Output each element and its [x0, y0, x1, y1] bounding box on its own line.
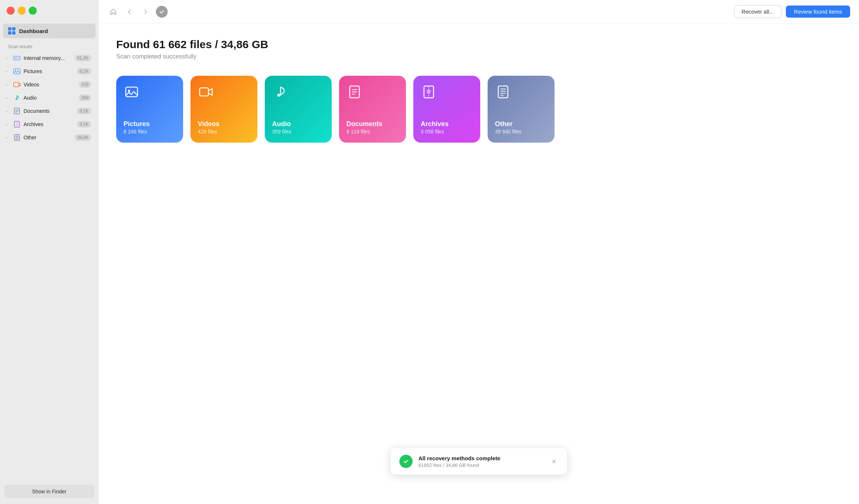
category-cards-grid: Pictures 8 246 files Videos 429 files: [116, 76, 841, 143]
dashboard-icon: [8, 27, 15, 35]
chevron-right-icon: ›: [6, 82, 11, 87]
archives-card-label: Archives: [421, 120, 473, 128]
svg-rect-18: [126, 87, 138, 97]
pictures-card-icon: [124, 84, 140, 100]
sidebar-item-archives[interactable]: › Archives 3,1K: [2, 118, 96, 131]
review-found-items-button[interactable]: Review found items: [786, 6, 850, 18]
sidebar-item-other[interactable]: › Other 39,9K: [2, 131, 96, 144]
sidebar-item-documents-count: 9,1K: [77, 108, 91, 114]
card-other[interactable]: Other 39 940 files: [488, 76, 555, 143]
toast-close-button[interactable]: ✕: [549, 457, 558, 466]
other-icon: [13, 134, 21, 141]
svg-point-19: [128, 90, 130, 92]
sidebar-bottom: Show in Finder: [0, 479, 99, 504]
svg-rect-13: [14, 135, 19, 140]
svg-rect-20: [200, 88, 208, 96]
svg-point-1: [18, 58, 19, 59]
card-archives[interactable]: Archives 3 058 files: [413, 76, 480, 143]
videos-card-label: Videos: [198, 120, 250, 128]
sidebar-item-other-label: Other: [24, 135, 75, 140]
documents-card-icon: [346, 84, 363, 100]
pictures-icon: [13, 68, 21, 75]
sidebar-item-videos[interactable]: › Videos 429: [2, 78, 96, 91]
other-card-label: Other: [495, 120, 547, 128]
recover-all-button[interactable]: Recover all...: [734, 5, 782, 18]
sidebar-item-videos-count: 429: [79, 81, 91, 88]
archives-icon: [13, 121, 21, 128]
sidebar-item-dashboard[interactable]: Dashboard: [3, 24, 96, 38]
home-icon: [110, 8, 117, 15]
svg-point-4: [15, 70, 16, 71]
card-documents[interactable]: Documents 9 119 files: [339, 76, 406, 143]
chevron-right-icon: ›: [6, 122, 11, 126]
window-controls: [7, 7, 37, 15]
scan-results-label: Scan results: [0, 40, 99, 51]
home-button[interactable]: [107, 6, 119, 18]
sidebar-item-archives-count: 3,1K: [77, 121, 91, 128]
dashboard-label: Dashboard: [19, 28, 48, 34]
sidebar-item-audio-label: Audio: [24, 95, 79, 101]
hdd-icon: [13, 54, 21, 62]
archives-card-icon: [421, 84, 437, 100]
svg-point-21: [277, 94, 280, 97]
card-audio[interactable]: Audio 359 files: [265, 76, 332, 143]
pictures-card-count: 8 246 files: [124, 129, 176, 135]
content-area: Found 61 662 files / 34,86 GB Scan compl…: [99, 24, 859, 504]
forward-icon: [143, 9, 149, 15]
toast-content: All recovery methods complete 61662 file…: [418, 455, 543, 468]
chevron-right-icon: ›: [6, 56, 11, 60]
audio-card-label: Audio: [272, 120, 324, 128]
svg-rect-29: [498, 86, 508, 98]
forward-button[interactable]: [140, 6, 152, 18]
svg-rect-5: [14, 82, 19, 87]
sidebar-item-archives-label: Archives: [24, 121, 77, 127]
scan-status: Scan completed successfully: [116, 53, 841, 60]
sidebar-item-audio-count: 359: [79, 94, 91, 101]
scan-complete-icon: [156, 6, 168, 18]
sidebar-item-documents-label: Documents: [24, 108, 77, 114]
chevron-right-icon: ›: [6, 135, 11, 140]
found-title: Found 61 662 files / 34,86 GB: [116, 38, 841, 51]
pictures-card-label: Pictures: [124, 120, 176, 128]
toast-notification: All recovery methods complete 61662 file…: [391, 448, 567, 475]
sidebar-item-internal-memory[interactable]: › Internal memory... 61,2K: [2, 52, 96, 64]
videos-icon: [13, 81, 21, 88]
chevron-right-icon: ›: [6, 96, 11, 100]
videos-card-icon: [198, 84, 214, 100]
svg-rect-3: [14, 69, 20, 74]
chevron-right-icon: ›: [6, 69, 11, 74]
audio-card-count: 359 files: [272, 129, 324, 135]
sidebar-item-pictures-label: Pictures: [24, 68, 77, 74]
back-button[interactable]: [124, 6, 135, 18]
other-card-icon: [495, 84, 511, 100]
chevron-right-icon: ›: [6, 109, 11, 113]
close-button[interactable]: [7, 7, 15, 15]
main-content: Recover all... Review found items Found …: [99, 0, 859, 504]
sidebar-item-other-count: 39,9K: [75, 134, 91, 141]
back-icon: [126, 9, 132, 15]
card-videos[interactable]: Videos 429 files: [190, 76, 257, 143]
maximize-button[interactable]: [29, 7, 37, 15]
svg-point-6: [15, 99, 17, 100]
sidebar-item-documents[interactable]: › Documents 9,1K: [2, 105, 96, 117]
toast-subtitle: 61662 files / 34,86 GB found: [418, 462, 543, 468]
minimize-button[interactable]: [18, 7, 26, 15]
sidebar-item-pictures[interactable]: › Pictures 8,2K: [2, 65, 96, 78]
documents-card-label: Documents: [346, 120, 399, 128]
documents-icon: [13, 107, 21, 115]
toast-title: All recovery methods complete: [418, 455, 543, 461]
videos-card-count: 429 files: [198, 129, 250, 135]
card-pictures[interactable]: Pictures 8 246 files: [116, 76, 183, 143]
sidebar-item-videos-label: Videos: [24, 82, 79, 87]
checkmark-icon: [158, 8, 165, 15]
toast-check-icon: [399, 455, 413, 468]
sidebar-item-audio[interactable]: › Audio 359: [2, 92, 96, 104]
other-card-count: 39 940 files: [495, 129, 547, 135]
show-in-finder-button[interactable]: Show in Finder: [4, 485, 94, 498]
sidebar-item-pictures-count: 8,2K: [77, 68, 91, 75]
audio-card-icon: [272, 84, 288, 100]
audio-icon: [13, 94, 21, 101]
sidebar-item-internal-memory-label: Internal memory...: [24, 55, 75, 61]
sidebar: Dashboard Scan results › Internal memory…: [0, 0, 99, 504]
sidebar-item-internal-memory-count: 61,2K: [75, 55, 91, 61]
